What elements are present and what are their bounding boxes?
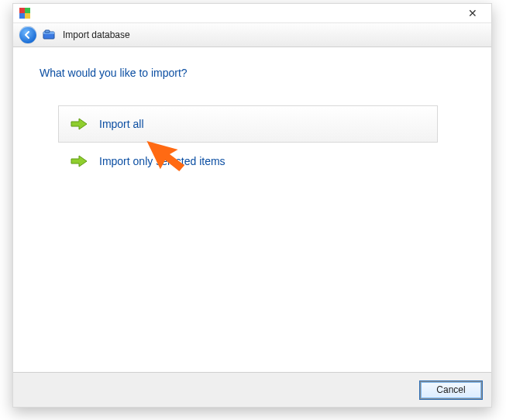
- right-arrow-icon: [70, 153, 88, 169]
- titlebar: ✕: [13, 4, 491, 22]
- database-icon: [43, 29, 57, 40]
- cancel-label: Cancel: [436, 384, 465, 395]
- window-title: Import database: [63, 29, 130, 40]
- back-arrow-icon: [23, 30, 33, 40]
- option-import-all[interactable]: Import all: [58, 105, 438, 143]
- option-label: Import all: [99, 118, 144, 130]
- options-list: Import all Import only selected items: [58, 105, 465, 180]
- nav-bar: Import database: [13, 22, 491, 47]
- back-button[interactable]: [19, 26, 36, 43]
- app-icon: [19, 8, 30, 19]
- right-arrow-icon: [70, 116, 88, 132]
- svg-rect-2: [45, 30, 50, 33]
- page-heading: What would you like to import?: [40, 67, 465, 79]
- option-label: Import only selected items: [99, 155, 225, 167]
- close-button[interactable]: ✕: [459, 5, 487, 22]
- dialog-window: ✕ Import database What would you like to…: [12, 3, 492, 408]
- close-icon: ✕: [468, 7, 477, 19]
- footer: Cancel: [13, 372, 491, 407]
- content-area: What would you like to import? Import al…: [13, 46, 491, 373]
- option-import-selected[interactable]: Import only selected items: [58, 143, 438, 180]
- cancel-button[interactable]: Cancel: [420, 381, 482, 399]
